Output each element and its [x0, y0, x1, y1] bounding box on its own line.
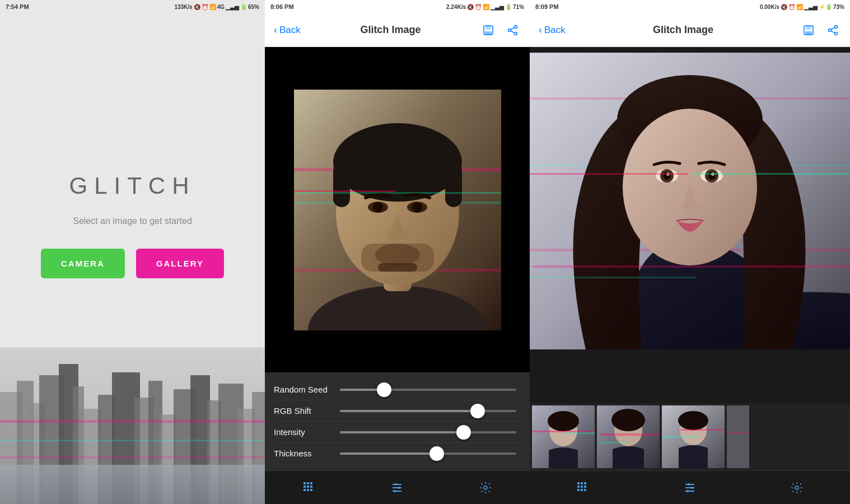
editor1-mute-icon: 🔇	[467, 4, 474, 10]
sliders-icon[interactable]	[386, 477, 408, 499]
svg-line-73	[831, 31, 834, 33]
svg-rect-58	[310, 489, 312, 491]
editor2-back-label[interactable]: Back	[544, 25, 566, 36]
rgb-shift-track[interactable]	[340, 410, 516, 412]
svg-line-29	[511, 27, 514, 30]
editor1-bottom-toolbar	[265, 470, 530, 504]
rgb-shift-label: RGB Shift	[274, 406, 335, 416]
svg-rect-40	[445, 162, 462, 207]
signal-icon: 📶	[209, 4, 216, 10]
rgb-shift-thumb[interactable]	[470, 404, 485, 418]
svg-rect-56	[303, 489, 306, 491]
rgb-shift-row: RGB Shift	[274, 400, 521, 422]
svg-rect-102	[597, 442, 629, 444]
home-content: GLITCH Select an image to get started CA…	[0, 13, 265, 504]
random-seed-track[interactable]	[340, 389, 516, 391]
svg-point-124	[686, 490, 689, 492]
editor2-status-icons: 0.00K/s 🔇 ⏰ 📶 ▁▃▅ ⚡🔋 73%	[760, 4, 844, 10]
svg-rect-68	[805, 31, 812, 35]
intensity-label: Intensity	[274, 427, 335, 437]
thumbnail-3[interactable]	[662, 405, 725, 468]
editor1-controls: Random Seed RGB Shift Intensity Thicknes…	[265, 372, 530, 470]
editor2-sliders-icon[interactable]	[679, 477, 701, 499]
editor2-wifi-icon: 📶	[796, 4, 803, 10]
editor1-alarm-icon: ⏰	[475, 4, 482, 10]
editor2-grid-icon[interactable]	[572, 477, 594, 499]
editor1-battery-percent: 71%	[513, 4, 524, 10]
thumbnail-2[interactable]	[597, 405, 660, 468]
svg-point-70	[834, 32, 837, 35]
svg-point-122	[688, 483, 690, 486]
svg-point-62	[395, 483, 397, 486]
editor1-signal-icon: ▁▃▅	[491, 4, 504, 10]
random-seed-label: Random Seed	[274, 385, 335, 394]
editor2-settings-icon[interactable]	[786, 477, 808, 499]
editor1-back-area[interactable]: ‹ Back	[274, 24, 301, 36]
svg-point-26	[514, 25, 517, 28]
svg-rect-108	[727, 405, 749, 468]
svg-line-30	[511, 31, 514, 33]
alarm-icon: ⏰	[202, 4, 208, 10]
svg-point-100	[611, 409, 645, 431]
editor2-back-area[interactable]: ‹ Back	[539, 24, 566, 36]
thickness-label: Thickness	[274, 449, 335, 458]
svg-rect-52	[310, 482, 312, 484]
editor2-back-chevron-icon[interactable]: ‹	[539, 24, 542, 36]
svg-rect-67	[806, 26, 811, 30]
editor2-save-icon[interactable]	[801, 22, 816, 38]
battery-percent: 65%	[248, 4, 259, 10]
editor2-network-speed: 0.00K/s	[760, 4, 779, 10]
settings-icon[interactable]	[474, 477, 497, 499]
thumbnail-4-partial[interactable]	[727, 405, 749, 468]
editor1-network-speed: 2.24K/s	[446, 4, 466, 10]
intensity-row: Intensity	[274, 422, 521, 443]
editor2-mute-icon: 🔇	[781, 4, 787, 10]
grid-icon[interactable]	[298, 477, 320, 499]
thickness-track[interactable]	[340, 452, 516, 455]
svg-rect-112	[584, 482, 586, 484]
editor1-share-icon[interactable]	[505, 22, 521, 38]
camera-button[interactable]: CAMERA	[41, 249, 125, 278]
editor1-save-icon[interactable]	[480, 22, 496, 38]
editor2-share-icon[interactable]	[825, 22, 841, 38]
intensity-thumb[interactable]	[456, 425, 471, 440]
editor1-back-chevron-icon[interactable]: ‹	[274, 24, 277, 36]
editor1-back-label[interactable]: Back	[279, 25, 301, 36]
rgb-shift-fill	[340, 410, 478, 412]
editor2-signal-icon: ▁▃▅	[804, 4, 818, 10]
signal2-icon: ▁▃▅	[226, 4, 239, 10]
svg-rect-24	[485, 26, 491, 30]
svg-rect-116	[577, 489, 580, 491]
editor1-image-area	[265, 47, 530, 372]
svg-rect-25	[485, 31, 492, 35]
svg-point-125	[795, 486, 798, 489]
app-title: GLITCH	[69, 172, 195, 199]
editor1-battery-icon: 🔋	[505, 4, 512, 10]
svg-rect-118	[584, 489, 586, 491]
svg-rect-49	[296, 192, 501, 194]
intensity-track[interactable]	[340, 431, 516, 433]
random-seed-thumb[interactable]	[377, 382, 391, 397]
thickness-thumb[interactable]	[429, 446, 444, 461]
thickness-fill	[340, 452, 437, 455]
editor1-top-bar: ‹ Back Glitch Image	[265, 13, 530, 47]
editor2-bottom-toolbar	[530, 470, 850, 504]
svg-rect-111	[581, 482, 583, 484]
editor1-title: Glitch Image	[360, 24, 421, 36]
svg-rect-53	[303, 486, 306, 488]
svg-point-95	[548, 411, 579, 431]
thumbnail-1[interactable]	[532, 405, 595, 468]
mute-icon: 🔇	[194, 4, 200, 10]
editor1-portrait	[265, 47, 530, 372]
svg-point-105	[678, 411, 708, 430]
svg-rect-50	[303, 482, 306, 484]
gallery-button[interactable]: GALLERY	[136, 249, 224, 278]
editor-panel-2: 8:09 PM 0.00K/s 🔇 ⏰ 📶 ▁▃▅ ⚡🔋 73% ‹ Back …	[530, 0, 850, 504]
svg-line-72	[831, 27, 834, 30]
svg-rect-101	[599, 433, 660, 436]
svg-rect-48	[294, 190, 396, 192]
home-status-bar: 7:54 PM 133K/s 🔇 ⏰ 📶 4G ▁▃▅ 🔋 65%	[0, 0, 265, 13]
svg-rect-57	[307, 489, 309, 491]
action-buttons: CAMERA GALLERY	[41, 249, 224, 278]
svg-rect-92	[530, 277, 696, 278]
